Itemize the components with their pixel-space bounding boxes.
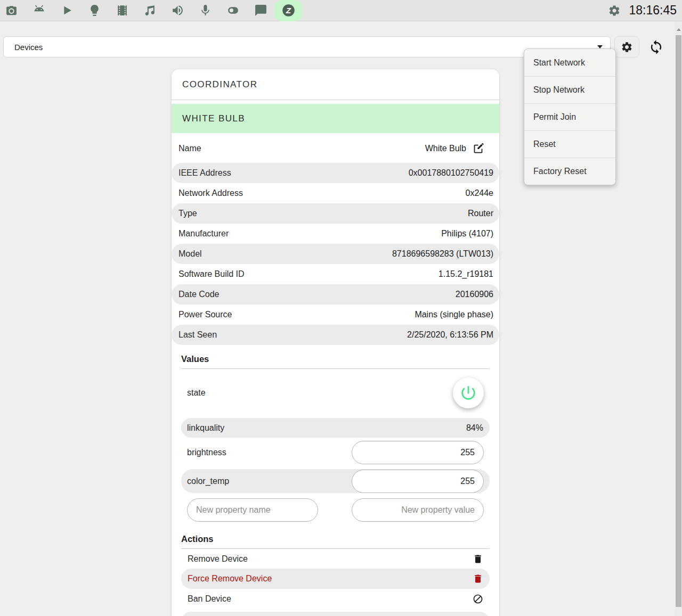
scrollbar-thumb[interactable] [676, 35, 681, 607]
property-row-software-build-id: Software Build ID 1.15.2_r19181 [172, 264, 499, 284]
svg-text:Z: Z [285, 6, 291, 15]
actions-section: Actions Remove Device Force Remove Devic… [172, 533, 499, 616]
chat-icon[interactable] [247, 0, 274, 21]
property-row-network-address: Network Address 0x244e [172, 183, 499, 203]
menu-item-reset[interactable]: Reset [524, 130, 615, 158]
volume-icon[interactable] [164, 0, 191, 21]
property-label: Name [178, 144, 425, 153]
refresh-button[interactable] [646, 39, 665, 55]
action-label: Ban Device [188, 594, 473, 604]
property-label: Last Seen [178, 330, 407, 340]
zigbee-app-icon[interactable]: Z [274, 0, 302, 21]
lightbulb-icon[interactable] [80, 0, 108, 21]
property-row-power-source: Power Source Mains (single phase) [172, 305, 499, 325]
statusbar-icons: Z [0, 0, 302, 21]
property-value: Mains (single phase) [415, 310, 493, 319]
action-whitelist-device[interactable]: Whitelist Device [181, 612, 490, 616]
property-value: Philips (4107) [441, 229, 493, 239]
color-temp-input[interactable] [352, 470, 484, 493]
statusbar: Z 18:16:45 [0, 0, 682, 21]
property-row-last-seen: Last Seen 2/25/2020, 6:13:56 PM [172, 325, 499, 345]
network-settings-button[interactable] [614, 36, 639, 58]
music-note-icon[interactable] [136, 0, 164, 21]
property-label: Network Address [178, 188, 466, 198]
property-value: Router [468, 209, 493, 218]
coordinator-header[interactable]: COORDINATOR [172, 69, 499, 100]
film-icon[interactable] [108, 0, 136, 21]
edit-name-icon[interactable] [473, 143, 484, 154]
property-value: White Bulb [425, 144, 466, 153]
linkquality-value: 84% [466, 423, 484, 433]
property-value: 0x0017880102750419 [409, 168, 493, 178]
property-value: 0x244e [466, 188, 494, 198]
device-properties: Name White Bulb IEEE Address 0x001788010… [172, 138, 499, 345]
gear-icon [621, 41, 633, 53]
value-label: linkquality [187, 423, 466, 433]
value-label: state [187, 388, 453, 398]
refresh-icon [648, 39, 664, 55]
device-header[interactable]: WHITE BULB [172, 104, 499, 133]
power-toggle-button[interactable] [453, 377, 484, 408]
new-property-name-input[interactable] [187, 498, 318, 522]
clock: 18:16:45 [629, 3, 677, 18]
action-ban-device[interactable]: Ban Device [181, 589, 490, 609]
menu-item-factory-reset[interactable]: Factory Reset [524, 158, 615, 185]
value-label: color_temp [187, 477, 352, 486]
settings-gear-icon[interactable] [608, 4, 621, 17]
property-label: Power Source [178, 310, 415, 319]
property-label: Date Code [178, 290, 456, 299]
new-property-row [181, 498, 490, 522]
power-icon [459, 384, 477, 402]
value-row-linkquality: linkquality 84% [181, 418, 490, 438]
microphone-icon[interactable] [191, 0, 219, 21]
property-row-name: Name White Bulb [172, 138, 499, 159]
property-row-type: Type Router [172, 203, 499, 224]
camera-icon[interactable] [0, 0, 25, 21]
ban-icon [473, 594, 483, 604]
action-remove-device[interactable]: Remove Device [181, 549, 490, 569]
value-row-color-temp: color_temp [181, 469, 490, 493]
divider [172, 100, 499, 104]
menu-item-stop-network[interactable]: Stop Network [524, 76, 615, 103]
property-value: 20160906 [456, 290, 493, 299]
android-icon[interactable] [25, 0, 53, 21]
play-icon[interactable] [53, 0, 80, 21]
menu-item-start-network[interactable]: Start Network [524, 49, 615, 76]
property-row-ieee-address: IEEE Address 0x0017880102750419 [172, 163, 499, 183]
statusbar-right: 18:16:45 [608, 3, 682, 18]
scroll-up-arrow-icon[interactable] [677, 28, 681, 31]
property-label: Model [178, 249, 392, 259]
actions-title: Actions [181, 533, 490, 549]
toggle-icon[interactable] [219, 0, 247, 21]
trash-icon [473, 554, 483, 564]
property-value: 2/25/2020, 6:13:56 PM [407, 330, 493, 340]
view-select[interactable]: Devices [3, 36, 611, 58]
action-label: Remove Device [188, 554, 473, 564]
brightness-input[interactable] [352, 441, 484, 464]
value-row-brightness: brightness [181, 440, 490, 464]
property-row-model: Model 8718696598283 (LTW013) [172, 244, 499, 264]
property-row-date-code: Date Code 20160906 [172, 284, 499, 305]
values-section: Values state linkquality 84% brightness … [172, 354, 499, 522]
values-title: Values [181, 354, 490, 369]
property-label: Type [178, 209, 468, 218]
property-row-manufacturer: Manufacturer Philips (4107) [172, 224, 499, 244]
device-card: COORDINATOR WHITE BULB Name White Bulb I… [172, 69, 499, 616]
network-menu: Start Network Stop Network Permit Join R… [524, 48, 616, 185]
property-value: 1.15.2_r19181 [439, 269, 493, 279]
menu-item-permit-join[interactable]: Permit Join [524, 103, 615, 130]
page-scrollbar[interactable] [675, 21, 682, 616]
property-label: IEEE Address [178, 168, 409, 178]
action-force-remove-device[interactable]: Force Remove Device [181, 569, 490, 589]
property-label: Software Build ID [178, 269, 439, 279]
new-property-value-input[interactable] [352, 498, 484, 522]
trash-icon [473, 573, 483, 584]
value-label: brightness [187, 448, 352, 457]
value-row-state: state [181, 373, 490, 413]
view-select-value: Devices [14, 43, 43, 52]
property-value: 8718696598283 (LTW013) [392, 249, 493, 259]
action-label: Force Remove Device [188, 574, 473, 584]
property-label: Manufacturer [178, 229, 441, 239]
